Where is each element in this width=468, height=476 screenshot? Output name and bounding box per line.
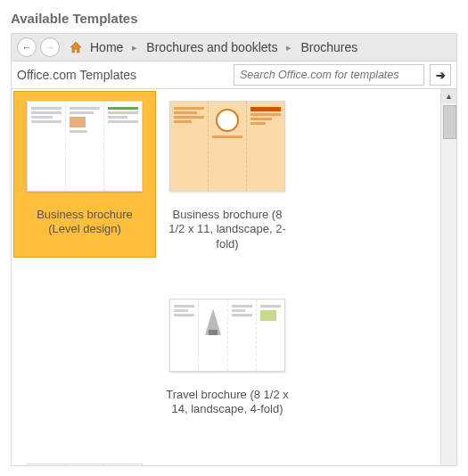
template-thumbnail: [27, 101, 143, 192]
chevron-right-icon: ▸: [284, 42, 293, 53]
template-label: Business brochure (8 1/2 x 11, landscape…: [162, 208, 292, 251]
scroll-thumb[interactable]: [443, 105, 456, 139]
breadcrumb: ← → Home ▸ Brochures and booklets ▸ Broc…: [11, 33, 457, 62]
section-title: Available Templates: [11, 11, 457, 26]
home-icon: [69, 40, 83, 54]
template-item[interactable]: Event marketing brochure (Accessory desi…: [13, 423, 156, 465]
template-thumbnail: [27, 464, 143, 465]
search-go-button[interactable]: ➔: [430, 64, 451, 86]
scroll-up-button[interactable]: ▲: [441, 89, 456, 103]
scrollbar[interactable]: ▲ ▼: [440, 89, 456, 465]
search-input[interactable]: [234, 64, 424, 86]
nav-back-button[interactable]: ←: [17, 37, 37, 57]
crumb-category[interactable]: Brochures and booklets: [143, 40, 281, 54]
template-thumbnail: [169, 299, 285, 372]
search-source-label: Office.com Templates: [17, 68, 234, 82]
template-label: Business brochure (Level design): [20, 208, 150, 237]
templates-grid: Business brochure (Level design) Busines…: [12, 89, 440, 465]
search-row: Office.com Templates ➔: [11, 62, 457, 89]
templates-pane: Available Templates ← → Home ▸ Brochures…: [0, 0, 468, 466]
template-item-selected[interactable]: Business brochure (Level design): [13, 91, 156, 258]
crumb-subcategory[interactable]: Brochures: [297, 40, 361, 54]
template-label: Travel brochure (8 1/2 x 14, landscape, …: [162, 388, 292, 417]
content-area: Business brochure (Level design) Busines…: [11, 89, 457, 466]
crumb-home[interactable]: Home: [86, 40, 127, 54]
template-item[interactable]: Business brochure (8 1/2 x 11, landscape…: [156, 91, 299, 258]
template-thumbnail: [169, 101, 285, 192]
nav-forward-button[interactable]: →: [40, 37, 60, 57]
chevron-right-icon: ▸: [130, 42, 139, 53]
template-item[interactable]: Travel brochure (8 1/2 x 14, landscape, …: [156, 258, 299, 423]
